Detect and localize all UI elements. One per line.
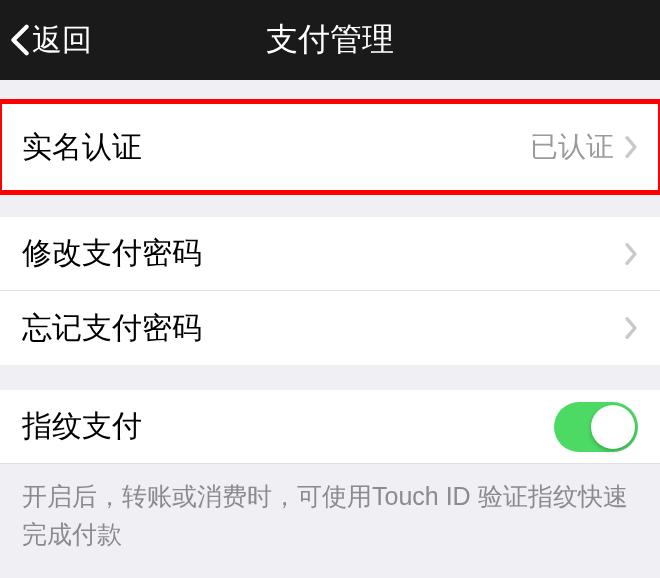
chevron-right-icon (624, 135, 638, 159)
forgot-password-label: 忘记支付密码 (22, 308, 624, 349)
fingerprint-toggle[interactable] (554, 402, 638, 452)
cell-fingerprint-pay: 指纹支付 (0, 390, 660, 464)
toggle-knob (591, 405, 635, 449)
modify-password-label: 修改支付密码 (22, 233, 624, 274)
header: 返回 支付管理 (0, 0, 660, 80)
page-title: 支付管理 (266, 18, 394, 62)
back-button[interactable]: 返回 (10, 0, 92, 80)
chevron-right-icon (624, 242, 638, 266)
fingerprint-label: 指纹支付 (22, 406, 554, 447)
chevron-right-icon (624, 316, 638, 340)
chevron-left-icon (10, 23, 30, 57)
back-label: 返回 (32, 20, 92, 61)
cell-real-name-auth[interactable]: 实名认证 已认证 (0, 102, 660, 192)
group-realname: 实名认证 已认证 (0, 102, 660, 192)
cell-forgot-payment-password[interactable]: 忘记支付密码 (0, 291, 660, 365)
real-name-status: 已认证 (530, 128, 614, 166)
cell-modify-payment-password[interactable]: 修改支付密码 (0, 217, 660, 291)
group-password: 修改支付密码 忘记支付密码 (0, 217, 660, 365)
real-name-label: 实名认证 (22, 127, 530, 168)
group-fingerprint: 指纹支付 开启后，转账或消费时，可使用Touch ID 验证指纹快速完成付款 (0, 390, 660, 567)
fingerprint-hint: 开启后，转账或消费时，可使用Touch ID 验证指纹快速完成付款 (0, 464, 660, 567)
